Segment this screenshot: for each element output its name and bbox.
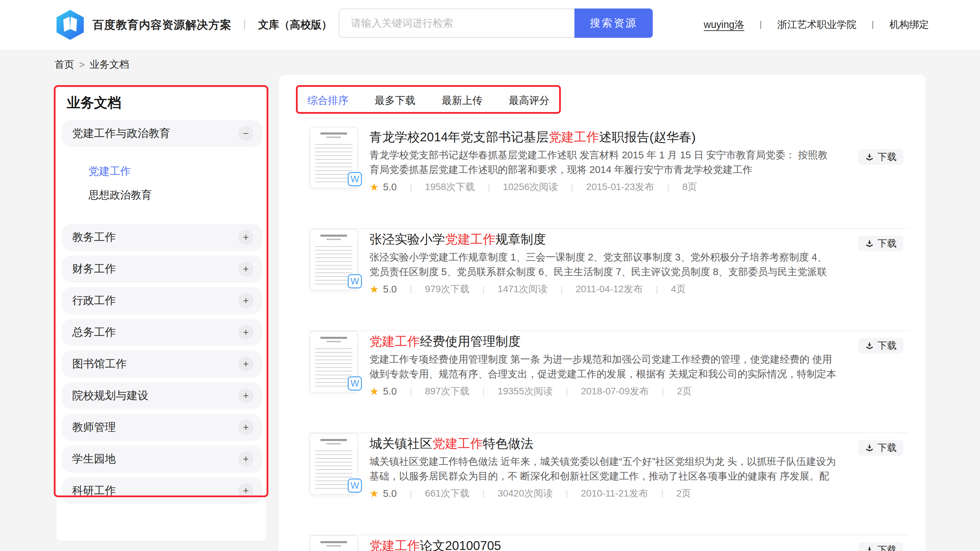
document-row: W 城关镇社区党建工作特色做法 城关镇社区党建工作特色做法 近年来，城关镇党委以… [308, 433, 909, 535]
document-info: 张泾实验小学党建工作规章制度 张泾实验小学党建工作规章制度 1、三会一课制度 2… [369, 229, 837, 296]
sidebar-category[interactable]: 总务工作 + [62, 319, 262, 346]
search-button[interactable]: 搜索资源 [574, 8, 653, 38]
expand-toggle-icon[interactable]: + [239, 452, 253, 467]
sort-tab[interactable]: 最多下载 [375, 94, 415, 108]
title-text: 张泾实验小学 [369, 232, 445, 246]
sidebar-category-label: 教师管理 [72, 420, 239, 435]
document-row: W 青龙学校2014年党支部书记基层党建工作述职报告(赵华春) 青龙学校党支部书… [308, 127, 909, 229]
word-doc-badge: W [348, 172, 362, 186]
sidebar-subcategory[interactable]: 思想政治教育 [89, 187, 262, 203]
title-text: 规章制度 [495, 232, 546, 246]
title-keyword-highlight: 党建工作 [549, 130, 599, 144]
page-count: 4页 [671, 283, 686, 296]
star-icon: ★ [369, 385, 379, 398]
sidebar-category[interactable]: 教师管理 + [62, 414, 262, 441]
document-thumbnail[interactable]: W [310, 433, 358, 495]
thumbnail-text-lines [315, 447, 352, 489]
sidebar-category[interactable]: 党建工作与政治教育 − [62, 120, 262, 147]
org-bind-link[interactable]: 机构绑定 [889, 18, 929, 32]
thumbnail-text-lines [315, 243, 352, 285]
breadcrumb-home[interactable]: 首页 [54, 58, 74, 72]
download-button[interactable]: 下载 [858, 440, 904, 455]
word-doc-badge: W [348, 274, 362, 288]
sidebar-category[interactable]: 院校规划与建设 + [62, 382, 262, 409]
sort-tab[interactable]: 最新上传 [442, 94, 482, 108]
document-thumbnail[interactable]: W [310, 331, 358, 393]
sidebar-category-label: 学生园地 [72, 452, 239, 467]
document-title[interactable]: 城关镇社区党建工作特色做法 [369, 436, 837, 452]
results-panel: 综合排序 最多下载 最新上传 最高评分 W 青龙学校2014年党支部书记基层党建… [279, 75, 926, 551]
read-count: 1471次阅读 [498, 283, 547, 296]
title-keyword-highlight: 党建工作 [433, 436, 483, 451]
read-count: 30420次阅读 [498, 487, 553, 500]
sort-tabs: 综合排序 最多下载 最新上传 最高评分 [307, 92, 550, 108]
document-row: W 党建工作经费使用管理制度 党建工作专项经费使用管理制度 第一条 为进一步规范… [308, 331, 909, 433]
breadcrumb-current: 业务文档 [89, 58, 129, 72]
document-title[interactable]: 党建工作论文20100705 [369, 538, 837, 551]
document-title[interactable]: 党建工作经费使用管理制度 [369, 334, 837, 349]
expand-toggle-icon[interactable]: + [239, 357, 253, 371]
document-title[interactable]: 张泾实验小学党建工作规章制度 [369, 232, 837, 247]
sort-tab[interactable]: 最高评分 [509, 94, 550, 108]
category-list: 党建工作与政治教育 − 党建工作 思想政治教育 教务工作 + 财务工作 + 行政… [62, 120, 262, 509]
document-description: 张泾实验小学党建工作规章制度 1、三会一课制度 2、党支部议事制度 3、党外积极… [369, 250, 837, 279]
nav-separator: 丨 [869, 19, 877, 31]
document-description: 城关镇社区党建工作特色做法 近年来，城关镇党委以创建“五个好”社区党组织为龙 头… [369, 454, 837, 484]
document-list: W 青龙学校2014年党支部书记基层党建工作述职报告(赵华春) 青龙学校党支部书… [308, 127, 909, 551]
read-count: 10256次阅读 [503, 180, 558, 193]
document-row: W 党建工作论文20100705 | | | | 下载 [308, 535, 909, 551]
title-keyword-highlight: 党建工作 [445, 232, 495, 246]
username-link[interactable]: wuying洛 [704, 18, 745, 32]
title-text: 青龙学校2014年党支部书记基层 [369, 130, 549, 144]
expand-toggle-icon[interactable]: + [239, 420, 253, 435]
subcategory-group: 党建工作 思想政治教育 [62, 151, 262, 224]
publish-date: 2011-04-12发布 [576, 283, 643, 296]
search-input[interactable] [339, 8, 574, 38]
sidebar-category-label: 行政工作 [72, 293, 239, 308]
download-count: 897次下载 [425, 385, 469, 398]
thumbnail-title-line [320, 132, 347, 134]
sidebar-category[interactable]: 科研工作 + [62, 477, 262, 504]
expand-toggle-icon[interactable]: + [239, 230, 253, 245]
sidebar-subcategory[interactable]: 党建工作 [89, 163, 262, 180]
expand-toggle-icon[interactable]: + [239, 261, 253, 277]
document-meta: ★ 5.0 | 897次下载 | 19355次阅读 | 2018-07-09发布… [369, 385, 837, 398]
thumbnail-text-lines [315, 345, 352, 387]
top-header: 百度教育内容资源解决方案 丨 文库（高校版） 搜索资源 wuying洛 丨 浙江… [0, 0, 980, 50]
search-box: 搜索资源 [339, 8, 653, 38]
download-button[interactable]: 下载 [858, 149, 904, 165]
download-icon [865, 546, 874, 551]
expand-toggle-icon[interactable]: + [239, 325, 253, 340]
thumbnail-subtitle-line [326, 443, 341, 444]
sidebar-category[interactable]: 教务工作 + [62, 224, 262, 251]
expand-toggle-icon[interactable]: + [239, 293, 253, 308]
sidebar-category[interactable]: 行政工作 + [62, 287, 262, 314]
document-description: 党建工作专项经费使用管理制度 第一条 为进一步规范和加强公司党建工作经费的管理，… [369, 352, 837, 381]
document-info: 城关镇社区党建工作特色做法 城关镇社区党建工作特色做法 近年来，城关镇党委以创建… [369, 433, 837, 500]
nav-separator: 丨 [757, 19, 765, 31]
word-doc-badge: W [348, 376, 362, 390]
title-text: 特色做法 [483, 436, 533, 451]
sort-tab[interactable]: 综合排序 [307, 94, 348, 108]
sidebar-category[interactable]: 学生园地 + [62, 446, 262, 473]
document-info: 党建工作论文20100705 | | | | [369, 535, 837, 551]
sidebar-category[interactable]: 财务工作 + [62, 255, 262, 283]
expand-toggle-icon[interactable]: + [239, 388, 253, 403]
sidebar-category-label: 院校规划与建设 [72, 388, 239, 403]
download-button[interactable]: 下载 [858, 542, 904, 551]
expand-toggle-icon[interactable]: − [239, 126, 253, 141]
download-button[interactable]: 下载 [858, 338, 904, 354]
breadcrumb: 首页 > 业务文档 [54, 58, 129, 72]
document-thumbnail[interactable]: W [310, 535, 358, 551]
download-button[interactable]: 下载 [858, 236, 904, 251]
document-thumbnail[interactable]: W [310, 127, 358, 188]
sidebar-category[interactable]: 图书馆工作 + [62, 350, 262, 377]
document-thumbnail[interactable]: W [310, 229, 358, 290]
download-button-label: 下载 [878, 339, 897, 352]
organization-link[interactable]: 浙江艺术职业学院 [777, 18, 856, 32]
sidebar-category-label: 科研工作 [72, 483, 239, 498]
page-count: 8页 [682, 180, 697, 193]
expand-toggle-icon[interactable]: + [239, 483, 253, 498]
thumbnail-title-line [320, 541, 347, 543]
document-title[interactable]: 青龙学校2014年党支部书记基层党建工作述职报告(赵华春) [369, 129, 837, 145]
